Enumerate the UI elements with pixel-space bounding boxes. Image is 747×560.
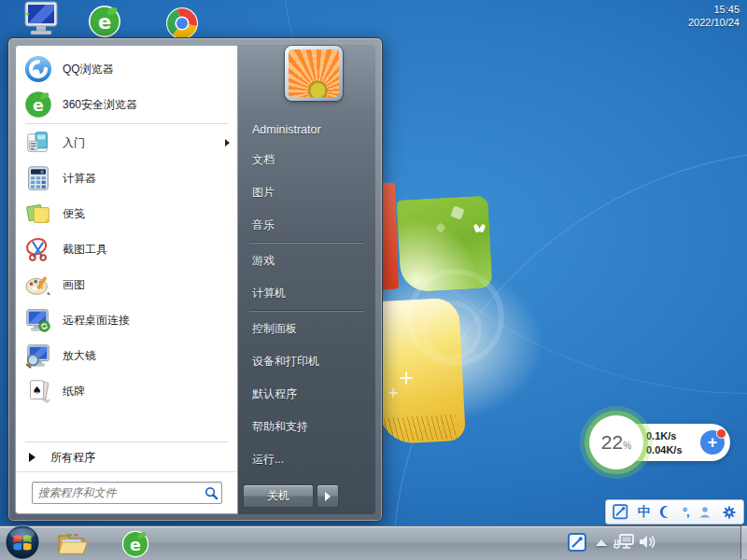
menu-item-sticky-notes[interactable]: 便笺 (16, 196, 237, 231)
svg-text:♠: ♠ (33, 385, 42, 397)
shutdown-button[interactable]: 关机 (243, 484, 314, 508)
tray-gauge-icon[interactable] (567, 532, 586, 552)
taskbar (0, 525, 747, 560)
ime-fullwidth-moon-icon[interactable] (659, 500, 673, 524)
all-programs-arrow-icon (29, 453, 35, 462)
wallpaper-sparkle (400, 371, 413, 385)
menu-item-label: 放大镜 (63, 348, 96, 364)
menu-item-control-panel[interactable]: 控制面板 (238, 313, 375, 345)
user-avatar[interactable] (285, 46, 343, 101)
desktop-icon-chrome[interactable] (164, 7, 200, 40)
all-programs-label: 所有程序 (50, 450, 95, 466)
search-box (32, 482, 222, 504)
remote-desktop-icon (23, 305, 53, 335)
avatar-flower-image (289, 49, 339, 97)
clock-time: 15:45 (659, 3, 740, 16)
menu-item-getting-started[interactable]: 入门 (16, 125, 237, 161)
snipping-tool-icon (23, 234, 53, 264)
menu-separator (25, 123, 228, 124)
show-hidden-icons-button[interactable] (596, 539, 607, 546)
taskbar-clock[interactable]: 15:45 2022/10/24 (659, 3, 740, 29)
start-menu-places-panel: Administrator 文档 图片 音乐 游戏 计算机 控制面板 设备和打印… (238, 45, 375, 514)
svg-text:e: e (130, 536, 141, 554)
menu-item-label: 便笺 (63, 206, 85, 222)
shutdown-arrow-icon (325, 492, 331, 501)
menu-item-solitaire[interactable]: ♠ 纸牌 (16, 373, 237, 409)
menu-item-magnifier[interactable]: 放大镜 (16, 338, 237, 373)
menu-item-qq-browser[interactable]: QQ浏览器 (16, 51, 237, 87)
windows-orb-icon (5, 525, 40, 560)
download-speed: 0.04K/s (646, 444, 695, 455)
menu-item-pictures[interactable]: 图片 (238, 176, 375, 209)
ime-language-bar: 中 °, (605, 499, 744, 525)
menu-item-label: 远程桌面连接 (63, 313, 130, 329)
menu-item-label: 截图工具 (63, 242, 107, 258)
desktop-icon-computer[interactable] (19, 0, 62, 37)
menu-item-music[interactable]: 音乐 (238, 209, 375, 242)
menu-item-label: QQ浏览器 (63, 62, 114, 77)
computer-icon (20, 1, 61, 36)
tray-volume-icon[interactable] (637, 532, 657, 551)
shutdown-options-button[interactable] (317, 484, 339, 508)
plus-icon: + (708, 434, 718, 451)
svg-text:e: e (98, 11, 111, 34)
folder-icon (57, 531, 87, 556)
menu-item-documents[interactable]: 文档 (238, 144, 375, 176)
menu-item-games[interactable]: 游戏 (238, 245, 375, 277)
menu-item-default-programs[interactable]: 默认程序 (238, 378, 375, 411)
menu-separator (25, 441, 228, 442)
menu-item-calculator[interactable]: 0 计算器 (16, 161, 237, 196)
menu-item-label: 纸牌 (63, 384, 85, 399)
search-input[interactable] (33, 486, 203, 499)
user-name: Administrator (238, 116, 375, 144)
ime-chinese-mode-button[interactable]: 中 (638, 500, 651, 524)
menu-item-computer[interactable]: 计算机 (238, 277, 375, 310)
qq-browser-icon (23, 54, 53, 84)
submenu-arrow-icon (225, 139, 230, 147)
menu-item-label: 画图 (63, 277, 85, 293)
menu-item-devices-printers[interactable]: 设备和打印机 (238, 345, 375, 378)
taskbar-explorer-button[interactable] (56, 530, 88, 556)
ime-punctuation-button[interactable]: °, (683, 500, 689, 524)
desktop-icon-360-browser[interactable]: e (87, 5, 122, 38)
menu-item-360-browser[interactable]: e 360安全浏览器 (16, 87, 237, 122)
menu-item-run[interactable]: 运行... (238, 443, 375, 476)
paint-icon (23, 270, 53, 300)
chrome-icon (165, 7, 199, 40)
taskbar-360-browser-button[interactable]: e (120, 529, 150, 559)
ime-profile-icon[interactable] (698, 500, 712, 524)
desktop: e (0, 0, 747, 560)
clock-date: 2022/10/24 (659, 16, 740, 29)
show-desktop-button[interactable] (740, 525, 747, 559)
calculator-icon: 0 (23, 163, 53, 193)
accelerate-plus-button[interactable]: + (700, 430, 725, 455)
start-button[interactable] (4, 525, 41, 560)
svg-text:e: e (33, 96, 44, 115)
360-browser-icon: e (121, 530, 149, 558)
solitaire-icon: ♠ (23, 376, 53, 406)
360-browser-icon: e (23, 90, 53, 119)
upload-speed: 0.1K/s (646, 430, 695, 441)
tray-network-icon[interactable] (613, 532, 635, 551)
usage-percent: 22 (601, 431, 623, 454)
360-browser-icon: e (88, 5, 121, 38)
svg-text:0: 0 (41, 169, 44, 175)
menu-item-label: 入门 (63, 135, 85, 151)
butterfly-icon (474, 224, 486, 233)
start-menu: QQ浏览器 e 360安全浏览器 (7, 37, 383, 522)
getting-started-icon (23, 128, 53, 158)
menu-item-help-support[interactable]: 帮助和支持 (238, 411, 375, 443)
menu-item-snipping-tool[interactable]: 截图工具 (16, 231, 237, 267)
search-icon[interactable] (203, 486, 221, 500)
menu-item-label: 计算器 (63, 171, 96, 187)
ime-status-icon[interactable] (613, 500, 628, 524)
all-programs-button[interactable]: 所有程序 (16, 443, 237, 471)
menu-separator (249, 311, 364, 312)
menu-item-remote-desktop[interactable]: 远程桌面连接 (16, 302, 237, 338)
menu-item-label: 360安全浏览器 (63, 97, 137, 113)
magnifier-icon (23, 341, 53, 371)
ime-settings-gear-icon[interactable] (722, 500, 737, 524)
menu-item-paint[interactable]: 画图 (16, 267, 237, 302)
search-strip (16, 471, 237, 513)
memory-usage-ball[interactable]: 22 % (589, 415, 643, 469)
